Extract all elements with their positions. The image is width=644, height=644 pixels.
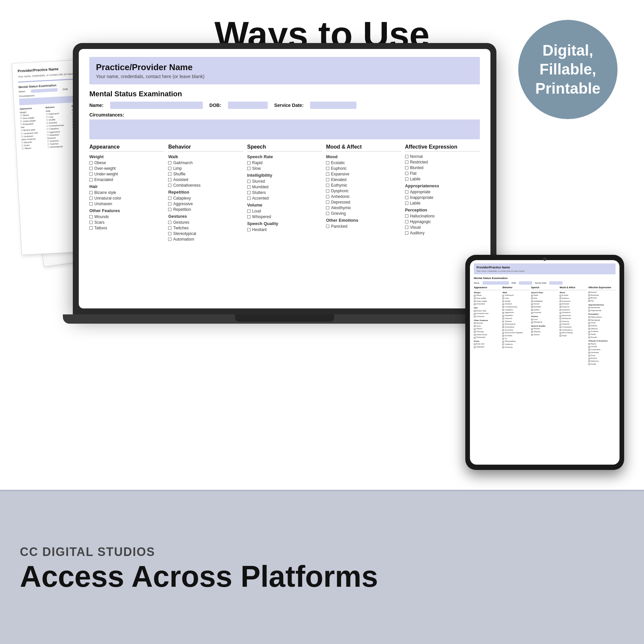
checkbox-mumbled[interactable] xyxy=(247,185,251,189)
checkbox-slow[interactable] xyxy=(247,167,251,170)
t-cb-hostile[interactable] xyxy=(588,363,590,365)
t-cb-grieving[interactable] xyxy=(560,321,561,322)
t-cb-playful[interactable] xyxy=(588,343,590,345)
checkbox-flat[interactable] xyxy=(405,172,408,175)
t-cb-hesitant[interactable] xyxy=(531,328,533,330)
checkbox-ecstatic[interactable] xyxy=(326,161,329,164)
t-cb-stutter[interactable] xyxy=(531,309,533,311)
t-cb-elevated[interactable] xyxy=(560,303,561,305)
checkbox-hesitant[interactable] xyxy=(247,228,251,231)
t-cb-appropriate[interactable] xyxy=(588,307,590,308)
t-cb-ecstatic[interactable] xyxy=(560,295,561,297)
t-cb-stereo[interactable] xyxy=(502,324,504,325)
checkbox-anhedonic[interactable] xyxy=(326,195,329,198)
checkbox-gait[interactable] xyxy=(168,161,171,164)
t-cb-mood-swings[interactable] xyxy=(560,332,561,334)
t-cb-ambivalence[interactable] xyxy=(560,329,561,331)
checkbox-aggressive[interactable] xyxy=(168,202,171,206)
t-cb-euphoric[interactable] xyxy=(560,298,561,299)
t-cb-gait[interactable] xyxy=(502,295,504,297)
t-cb-disheveled[interactable] xyxy=(474,337,476,339)
checkbox-appropriate[interactable] xyxy=(405,190,408,194)
tablet-service-date-input[interactable] xyxy=(549,281,563,285)
t-cb-obese[interactable] xyxy=(474,295,476,297)
checkbox-assisted[interactable] xyxy=(168,178,171,181)
t-cb-slow[interactable] xyxy=(531,298,533,299)
checkbox-bizarre-style[interactable] xyxy=(89,191,93,194)
t-cb-frank[interactable] xyxy=(588,355,590,356)
t-cb-blunted[interactable] xyxy=(588,298,590,299)
t-cb-euthymic[interactable] xyxy=(560,306,561,308)
dob-input[interactable] xyxy=(228,102,268,109)
t-cb-intel[interactable] xyxy=(531,300,533,302)
t-cb-depressed[interactable] xyxy=(560,315,561,317)
t-cb-groom[interactable] xyxy=(502,329,504,331)
checkbox-scars[interactable] xyxy=(89,221,93,224)
checkbox-combativeness[interactable] xyxy=(168,184,171,187)
tablet-dob-input[interactable] xyxy=(519,281,532,285)
checkbox-unshaven[interactable] xyxy=(89,202,93,206)
service-date-input[interactable] xyxy=(310,102,356,109)
t-cb-hallmarks[interactable] xyxy=(474,346,476,348)
checkbox-euthymic[interactable] xyxy=(326,184,329,187)
checkbox-accented[interactable] xyxy=(247,197,251,200)
t-cb-bs[interactable] xyxy=(474,310,476,312)
t-cb-posture[interactable] xyxy=(502,346,504,348)
t-cb-stupe[interactable] xyxy=(560,335,561,337)
t-cb-tactile[interactable] xyxy=(588,334,590,335)
checkbox-emaciated[interactable] xyxy=(89,178,93,181)
t-cb-panicked[interactable] xyxy=(560,324,561,325)
checkbox-whispered[interactable] xyxy=(247,215,251,218)
t-cb-pma[interactable] xyxy=(502,332,504,334)
t-cb-taciturn[interactable] xyxy=(531,334,533,336)
t-cb-wounds[interactable] xyxy=(474,322,476,324)
t-cb-tattoos[interactable] xyxy=(474,328,476,330)
checkbox-labile2[interactable] xyxy=(405,202,408,205)
checkbox-limp[interactable] xyxy=(168,167,171,170)
checkbox-underweight[interactable] xyxy=(89,172,93,176)
t-cb-tic[interactable] xyxy=(502,338,504,340)
t-cb-uw[interactable] xyxy=(474,300,476,302)
t-cb-ow[interactable] xyxy=(474,298,476,299)
t-cb-dental[interactable] xyxy=(474,334,476,336)
checkbox-automatism[interactable] xyxy=(168,238,171,241)
checkbox-twitches[interactable] xyxy=(168,226,171,230)
t-cb-shuffle[interactable] xyxy=(502,300,504,302)
t-cb-accented[interactable] xyxy=(531,312,533,314)
checkbox-elevated[interactable] xyxy=(326,178,329,181)
t-cb-gest[interactable] xyxy=(502,318,504,319)
t-cb-scars[interactable] xyxy=(474,325,476,327)
checkbox-blunted[interactable] xyxy=(405,166,408,169)
checkbox-hypnagogic[interactable] xyxy=(405,220,408,223)
checkbox-normal[interactable] xyxy=(405,155,408,158)
t-cb-loud[interactable] xyxy=(531,319,533,320)
t-cb-somatic[interactable] xyxy=(588,337,590,338)
checkbox-loud[interactable] xyxy=(247,209,251,213)
checkbox-rapid[interactable] xyxy=(247,161,251,164)
tablet-name-input[interactable] xyxy=(483,281,509,285)
checkbox-cataplexy[interactable] xyxy=(168,197,171,200)
t-cb-echo[interactable] xyxy=(502,335,504,337)
t-cb-dysphoric[interactable] xyxy=(560,309,561,311)
checkbox-stereotypical[interactable] xyxy=(168,232,171,235)
t-cb-alexithymic[interactable] xyxy=(560,318,561,319)
t-cb-restricted[interactable] xyxy=(588,295,590,296)
checkbox-tattoos[interactable] xyxy=(89,226,93,230)
checkbox-wounds[interactable] xyxy=(89,215,93,218)
t-cb-flat[interactable] xyxy=(588,300,590,302)
t-cb-visual[interactable] xyxy=(588,322,590,324)
t-cb-assisted[interactable] xyxy=(502,303,504,305)
checkbox-panicked[interactable] xyxy=(326,225,329,228)
checkbox-visual[interactable] xyxy=(405,226,408,229)
t-cb-hallucinations[interactable] xyxy=(588,316,590,318)
checkbox-auditory[interactable] xyxy=(405,231,408,235)
t-cb-em[interactable] xyxy=(474,303,476,305)
checkbox-gestures[interactable] xyxy=(168,221,171,224)
t-cb-whispered[interactable] xyxy=(531,322,533,323)
t-cb-piercings[interactable] xyxy=(474,331,476,333)
t-cb-rapid[interactable] xyxy=(531,295,533,297)
t-cb-interested[interactable] xyxy=(588,352,590,353)
checkbox-repetition[interactable] xyxy=(168,208,171,211)
t-cb-us[interactable] xyxy=(474,316,476,317)
t-cb-rep[interactable] xyxy=(502,315,504,317)
